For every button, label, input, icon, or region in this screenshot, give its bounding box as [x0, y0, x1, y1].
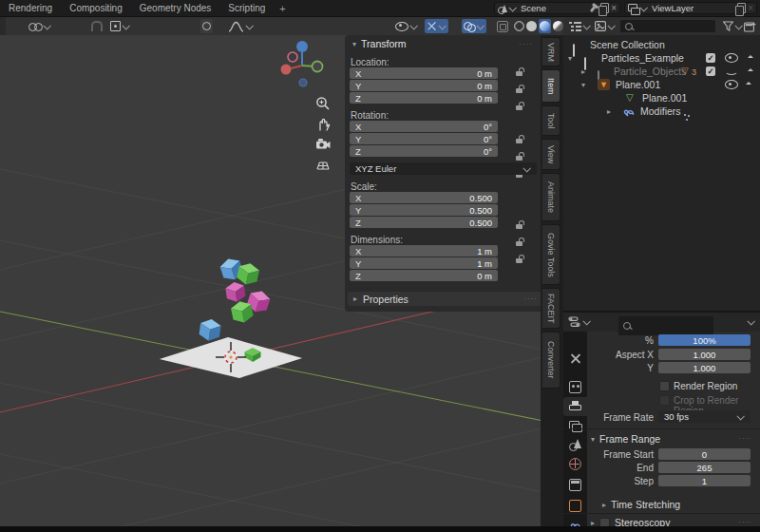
properties-options-button[interactable] [746, 313, 755, 332]
camera-view-button[interactable] [312, 134, 334, 153]
sidebar-tab-view[interactable]: View [542, 139, 560, 170]
gizmo-x-axis[interactable] [281, 65, 292, 75]
panel-drag-dots[interactable]: ···· [738, 434, 752, 443]
location-z-field[interactable]: Z0 m [350, 92, 498, 104]
eye-icon[interactable] [725, 80, 738, 89]
aspect-x-field[interactable]: 1.000 [658, 349, 750, 360]
aspect-y-field[interactable]: 1.000 [658, 362, 750, 373]
outliner-row-particle-objects[interactable]: ▸ Particle_Objects ▽ 3 ✓ [563, 65, 760, 78]
properties-editor-type-button[interactable] [568, 313, 591, 332]
eye-icon[interactable] [725, 53, 738, 63]
resolution-percent-slider[interactable]: 100% [658, 334, 750, 346]
scale-z-field[interactable]: Z0.500 [350, 217, 498, 228]
sidebar-tab-item[interactable]: Item [542, 69, 560, 103]
dimensions-x-field[interactable]: X1 m [350, 245, 498, 256]
new-scene-icon[interactable] [600, 3, 609, 13]
new-view-layer-icon[interactable] [737, 3, 746, 13]
frame-rate-dropdown[interactable]: 30 fps [658, 410, 750, 423]
shading-material-button[interactable] [539, 19, 551, 33]
panel-expand-icon[interactable]: ▸ [353, 294, 357, 303]
frame-start-field[interactable]: 0 [658, 448, 750, 460]
outliner-row-plane-object[interactable]: ▾ ▼ Plane.001 [563, 78, 760, 91]
lock-icon[interactable] [516, 258, 522, 263]
render-region-checkbox[interactable] [659, 381, 670, 391]
disclosure-triangle-icon[interactable]: ▸ [607, 107, 611, 116]
sidebar-tab-govie-tools[interactable]: Govie Tools [542, 224, 560, 285]
panel-drag-dots[interactable]: ···· [523, 294, 538, 303]
sidebar-tab-vrm[interactable]: VRM [542, 37, 560, 66]
chevron-down-icon[interactable] [639, 4, 647, 11]
time-stretching-panel-header[interactable]: ▸ Time Stretching [602, 499, 680, 510]
exclude-checkbox[interactable]: ✓ [706, 66, 715, 76]
outliner-row-modifiers[interactable]: ▸ Modifiers [563, 104, 760, 118]
properties-tab-collection[interactable] [563, 475, 587, 494]
disclosure-triangle-icon[interactable]: ▸ [581, 67, 585, 76]
lock-icon[interactable] [516, 139, 522, 143]
lock-icon[interactable] [516, 88, 522, 93]
snap-target-button[interactable] [108, 19, 132, 33]
panel-collapse-icon[interactable]: ▾ [591, 435, 595, 444]
outliner-filter-button[interactable] [723, 17, 743, 35]
viewport[interactable]: ▾ Transform ···· Location: X0 m Y0 m Z0 … [0, 35, 563, 532]
scale-y-field[interactable]: Y0.500 [350, 204, 498, 216]
step-field[interactable]: 1 [658, 475, 750, 486]
properties-tab-world[interactable] [563, 454, 587, 473]
location-y-field[interactable]: Y0 m [350, 80, 498, 91]
orthographic-toggle-button[interactable] [312, 154, 334, 173]
visibility-dropdown[interactable] [393, 19, 420, 33]
properties-tab-output[interactable] [563, 397, 587, 416]
outliner-display-mode-button[interactable] [569, 17, 591, 35]
exclude-checkbox[interactable]: ✓ [706, 53, 715, 63]
outliner-row-particles-example[interactable]: ▾ Particles_Example ✓ [563, 51, 760, 65]
gizmo-y-axis[interactable] [313, 62, 323, 72]
outliner-item-label[interactable]: Modifiers [640, 105, 681, 117]
sidebar-tab-tool[interactable]: Tool [542, 105, 560, 136]
transform-panel-header[interactable]: ▾ Transform [352, 38, 406, 49]
new-collection-button[interactable] [744, 17, 756, 35]
proportional-falloff-button[interactable] [228, 17, 254, 35]
outliner-item-label[interactable]: Plane.001 [616, 79, 660, 90]
outliner-row-plane-meshdata[interactable]: ▽ Plane.001 [563, 91, 760, 104]
properties-subpanel-header[interactable]: ▸ Properties ···· [348, 292, 543, 306]
properties-search-input[interactable] [618, 316, 713, 335]
scene-name[interactable]: Scene [521, 3, 584, 13]
rotation-y-field[interactable]: Y0° [350, 133, 498, 144]
navigation-gizmo[interactable] [277, 40, 327, 89]
disclosure-triangle-icon[interactable]: ▾ [568, 54, 572, 63]
outliner-item-label[interactable]: Particle_Objects [614, 66, 686, 77]
rotation-mode-dropdown[interactable]: XYZ Euler [350, 162, 537, 175]
editor-type-sliver[interactable] [0, 17, 6, 35]
rotation-z-field[interactable]: Z0° [350, 145, 498, 157]
properties-tab-view-layer[interactable] [563, 416, 587, 435]
panel-drag-dots[interactable]: ···· [738, 518, 752, 526]
outliner-item-label[interactable]: Scene Collection [590, 39, 665, 50]
particle-cube[interactable] [199, 318, 222, 343]
properties-tab-object[interactable] [563, 496, 587, 515]
overlays-toggle[interactable] [462, 19, 486, 33]
properties-tab-scene[interactable] [563, 435, 587, 454]
shading-rendered-button[interactable] [553, 17, 563, 35]
eye-closed-icon[interactable] [725, 67, 738, 75]
workspace-tab-geometry-nodes[interactable]: Geometry Nodes [131, 0, 220, 17]
workspace-tab-compositing[interactable]: Compositing [61, 0, 131, 17]
outliner-row-scene-collection[interactable]: Scene Collection [563, 38, 760, 51]
pan-button[interactable] [312, 114, 334, 133]
panel-drag-dots[interactable]: ···· [519, 40, 533, 48]
gizmos-toggle[interactable] [425, 19, 448, 33]
pin-icon[interactable] [590, 4, 597, 11]
end-field[interactable]: 265 [658, 462, 750, 473]
lock-icon[interactable] [516, 105, 522, 110]
panel-expand-icon[interactable]: ▸ [602, 501, 606, 509]
disclosure-triangle-icon[interactable]: ▾ [581, 81, 585, 89]
properties-tab-tool[interactable] [563, 349, 587, 368]
rotation-x-field[interactable]: X0° [350, 121, 498, 132]
scene-selector[interactable]: Scene × [494, 2, 620, 14]
unlink-scene-icon[interactable]: × [611, 4, 617, 13]
chevron-down-icon[interactable] [508, 4, 516, 11]
outliner-item-label[interactable]: Plane.001 [642, 92, 687, 104]
shading-solid-button[interactable] [526, 17, 537, 35]
shading-wireframe-button[interactable] [514, 17, 524, 35]
outliner-item-label[interactable]: Particles_Example [601, 52, 684, 64]
zoom-button[interactable] [312, 94, 334, 113]
gizmo-neg-z-axis[interactable] [299, 79, 307, 86]
